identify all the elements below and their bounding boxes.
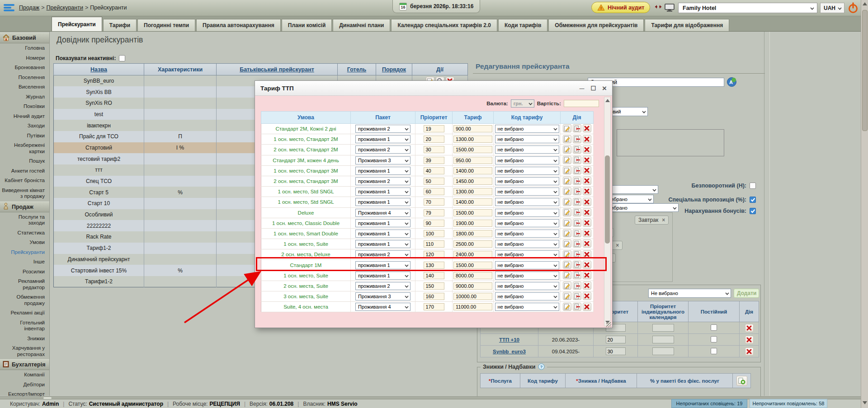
priority-input[interactable] (424, 230, 444, 237)
rate-input[interactable] (453, 188, 492, 195)
priority-input[interactable] (424, 220, 444, 227)
sidebar-item-Виведення кімнат з продажу[interactable]: Виведення кімнат з продажу (0, 186, 49, 202)
minimize-icon[interactable]: ─ (580, 85, 585, 92)
sidebar-item-Умови[interactable]: Умови (0, 238, 49, 248)
tariff-row[interactable]: 1 осн. место, Стандарт 2Мпроживання 1не … (261, 134, 594, 145)
sidebar-item-Анкети гостей[interactable]: Анкети гостей (0, 166, 49, 176)
rate-code-select[interactable]: не вибрано (495, 188, 559, 196)
tariff-row[interactable]: 1 осн. место, Smart Doubleпроживання 1не… (261, 228, 594, 239)
column-header-Готель[interactable]: Готель (338, 64, 376, 75)
edit-icon[interactable] (563, 156, 571, 164)
copy-icon[interactable] (573, 219, 581, 227)
delete-icon[interactable] (583, 208, 591, 216)
sidebar-item-Бронювання[interactable]: Бронювання (0, 63, 49, 73)
tab-Правила автонарахування[interactable]: Правила автонарахування (196, 19, 281, 31)
rate-input[interactable] (453, 272, 492, 279)
copy-icon[interactable] (573, 135, 581, 143)
priority-input[interactable] (424, 136, 444, 143)
sidebar-section-Бухгалтерія[interactable]: Бухгалтерія (0, 359, 49, 370)
delete-icon[interactable] (583, 292, 591, 300)
edit-icon[interactable] (563, 229, 571, 237)
sidebar-item-Послуги та заходи[interactable]: Послуги та заходи (0, 212, 49, 228)
delete-icon[interactable] (745, 324, 754, 332)
edit-icon[interactable] (563, 303, 571, 311)
package-select[interactable]: проживання 1 (355, 198, 410, 206)
sidebar-item-Головна[interactable]: Головна (0, 43, 49, 53)
package-select[interactable]: проживання 2 (355, 177, 410, 185)
copy-icon[interactable] (573, 145, 581, 154)
delete-icon[interactable] (745, 336, 754, 344)
sidebar-item-Рекламний редактор[interactable]: Рекламний редактор (0, 277, 49, 292)
rate-code-select[interactable]: не вибрано (495, 209, 559, 217)
tariff-row[interactable]: 1 осн. место, Стандарт 3Мпроживання 1не … (261, 165, 594, 176)
sidebar-item-Путівки[interactable]: Путівки (0, 131, 49, 141)
edit-icon[interactable] (563, 239, 571, 248)
checkbox-checked[interactable] (750, 208, 756, 214)
column-header-Назва[interactable]: Назва (54, 64, 144, 75)
delete-icon[interactable] (583, 187, 591, 195)
messages-badge[interactable]: Непрочитаних повідомлень: 58 (750, 399, 827, 408)
rate-code-select[interactable]: не вибрано (495, 156, 559, 164)
copy-icon[interactable] (573, 156, 581, 164)
priority-input[interactable] (424, 282, 444, 290)
tariff-link[interactable]: Synbb_euro3 (493, 349, 526, 354)
rate-input[interactable] (453, 125, 492, 132)
package-select[interactable]: Проживання 4 (355, 209, 410, 217)
edit-icon[interactable] (563, 281, 571, 290)
edit-icon[interactable] (563, 292, 571, 300)
remove-icon[interactable]: × (662, 217, 665, 223)
edit-icon[interactable] (563, 208, 571, 216)
rate-code-select[interactable]: не вибрано (495, 219, 559, 227)
delete-icon[interactable] (583, 156, 591, 164)
edit-icon[interactable] (563, 187, 571, 195)
linked-tariff-add-button[interactable]: Додати (734, 289, 759, 298)
edit-icon[interactable] (563, 261, 571, 269)
dialog-title-bar[interactable]: Тариф ТТП ─ ☐ × (255, 81, 612, 96)
rate-code-select[interactable]: не вибрано (495, 303, 559, 311)
tariff-row[interactable]: Стандарт 3М, кожен 4 деньПроживання 3не … (261, 155, 594, 165)
copy-icon[interactable] (573, 239, 581, 248)
hotel-select[interactable]: Family Hotel (678, 3, 817, 13)
scroll-down-icon[interactable] (863, 401, 867, 404)
tariff-row[interactable]: 1 осн. место, Std SNGLпроживання 1не виб… (261, 197, 594, 207)
tariff-row[interactable]: Suite, 4 осн. местаПроживання 4не вибран… (261, 302, 594, 312)
tab-Плани комісій[interactable]: Плани комісій (282, 19, 332, 31)
rate-input[interactable] (453, 167, 492, 174)
delete-icon[interactable] (583, 166, 591, 174)
tariff-row[interactable]: 1 осн. место, Suiteпроживання 1не вибран… (261, 239, 594, 249)
delete-icon[interactable] (583, 145, 591, 154)
sidebar-item-Покоївки[interactable]: Покоївки (0, 102, 49, 112)
rate-code-select[interactable]: не вибрано (495, 292, 559, 300)
rate-code-select[interactable]: не вибрано (495, 230, 559, 238)
package-select[interactable]: проживання 2 (355, 125, 410, 133)
priority-input[interactable] (424, 188, 444, 195)
copy-icon[interactable] (573, 292, 581, 300)
edit-icon[interactable] (563, 198, 571, 206)
package-select[interactable]: проживання 2 (355, 282, 410, 290)
rate-input[interactable] (453, 303, 492, 310)
rate-input[interactable] (453, 157, 492, 164)
priority-input[interactable] (424, 198, 444, 206)
edit-icon[interactable] (563, 166, 571, 174)
close-icon[interactable]: × (602, 84, 607, 92)
column-header-Батьківський прейскурант[interactable]: Батьківський прейскурант (217, 64, 338, 75)
rate-code-select[interactable]: не вибрано (495, 240, 559, 248)
package-select[interactable]: Проживання 3 (355, 292, 410, 300)
sidebar-item-Прейскуранти[interactable]: Прейскуранти (0, 248, 49, 258)
sidebar-item-Обмеження продажу[interactable]: Обмеження продажу (0, 292, 49, 308)
edit-icon[interactable] (563, 135, 571, 143)
tariff-link[interactable]: ТТП +10 (499, 337, 519, 342)
tariff-row[interactable]: 1 осн. место, Classic Doubleпроживання 1… (261, 218, 594, 228)
tariff-row[interactable]: 1 осн. место, Suiteпроживання 1не вибран… (261, 270, 594, 281)
sidebar-item-Дебітори[interactable]: Дебітори (0, 380, 49, 390)
priority-input[interactable] (424, 293, 444, 300)
delete-icon[interactable] (583, 303, 591, 311)
rate-code-select[interactable]: не вибрано (495, 261, 559, 269)
tab-Динамічні плани[interactable]: Динамічні плани (333, 19, 390, 31)
rate-code-select[interactable]: не вибрано (495, 272, 559, 280)
rate-input[interactable] (453, 251, 492, 258)
delete-icon[interactable] (583, 229, 591, 237)
sidebar-item-Журнал[interactable]: Журнал (0, 92, 49, 102)
package-select[interactable]: проживання 1 (355, 135, 410, 143)
scroll-up-icon[interactable] (605, 99, 610, 102)
